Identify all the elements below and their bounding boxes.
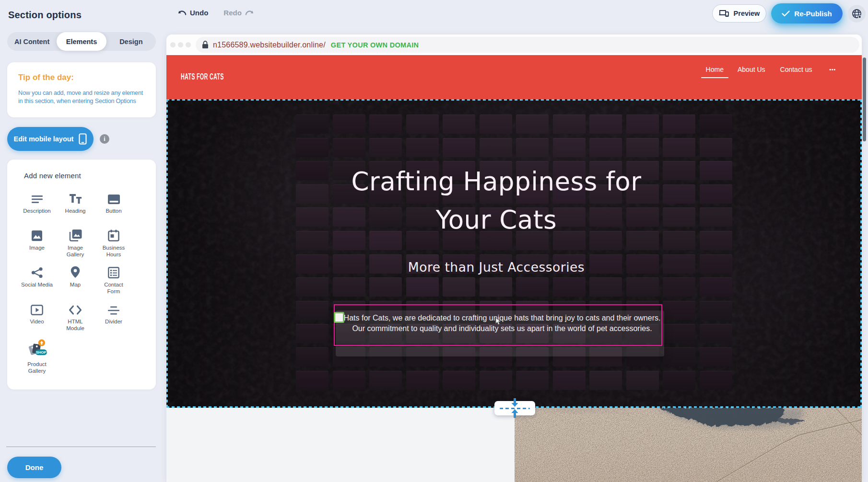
element-item-image-gallery[interactable]: Image Gallery: [56, 228, 94, 258]
element-item-product-gallery[interactable]: SHOP Product Gallery: [18, 344, 56, 374]
svg-text:SHOP: SHOP: [36, 350, 47, 355]
browser-url-bar[interactable]: n1566589.websitebuilder.online/ GET YOUR…: [196, 37, 859, 53]
check-icon: [782, 11, 790, 17]
element-item-label: HTML Module: [59, 318, 92, 332]
canvas-scrollbar-thumb[interactable]: [863, 57, 866, 141]
preview-label: Preview: [734, 10, 760, 17]
element-item-map[interactable]: Map: [56, 265, 94, 288]
element-item-label: Social Media: [21, 281, 53, 288]
undo-button[interactable]: Undo: [177, 9, 208, 17]
hero-description[interactable]: Hats for Cats, we are dedicated to craft…: [339, 313, 665, 333]
tab-design[interactable]: Design: [106, 32, 156, 51]
preview-button[interactable]: Preview: [712, 4, 766, 23]
undo-icon: [177, 9, 187, 17]
element-item-label: Button: [97, 207, 130, 214]
tip-title: Tip of the day:: [18, 73, 74, 82]
done-button[interactable]: Done: [7, 457, 61, 478]
resize-arrow-up-icon: [511, 409, 519, 418]
element-item-label: Business Hours: [97, 244, 130, 258]
nav-home[interactable]: Home: [706, 66, 724, 78]
hero-heading[interactable]: Crafting Happiness for Your Cats: [166, 162, 844, 239]
page-title: Section options: [8, 10, 82, 21]
element-item-html-module[interactable]: HTML Module: [56, 302, 94, 332]
next-section[interactable]: [166, 408, 862, 482]
social-media-icon: [18, 265, 56, 278]
nav-about-us[interactable]: About Us: [738, 66, 765, 78]
republish-button[interactable]: Re-Publish: [771, 3, 843, 23]
sidebar-divider: [6, 447, 156, 447]
undo-label: Undo: [190, 9, 208, 17]
tab-ai-content[interactable]: AI Content: [7, 32, 57, 51]
site-logo[interactable]: HATS FOR CATS: [181, 71, 224, 82]
tab-elements[interactable]: Elements: [57, 32, 106, 51]
lock-icon: [202, 41, 209, 49]
image-gallery-icon: [56, 228, 94, 241]
edit-mobile-layout-button[interactable]: Edit mobile layout: [7, 127, 94, 151]
phone-icon: [79, 133, 87, 145]
redo-icon: [245, 9, 254, 17]
republish-label: Re-Publish: [794, 10, 832, 18]
button-icon: [94, 191, 133, 205]
resize-arrow-down-icon: [511, 398, 519, 407]
done-label: Done: [25, 463, 44, 471]
divider-icon: [94, 302, 133, 315]
redo-label: Redo: [223, 9, 242, 17]
element-item-contact-form[interactable]: Contact Form: [94, 265, 133, 295]
site-header: HATS FOR CATS Home About Us Contact us •…: [166, 55, 862, 99]
hero-subheading[interactable]: More than Just Accessories: [166, 260, 844, 275]
video-icon: [18, 302, 56, 315]
element-item-label: Contact Form: [97, 281, 130, 295]
element-item-label: Product Gallery: [21, 361, 53, 374]
nav-contact-us[interactable]: Contact us: [780, 66, 812, 78]
element-item-label: Description: [21, 207, 53, 214]
element-item-label: Image Gallery: [59, 244, 92, 258]
info-icon[interactable]: i: [100, 134, 109, 144]
sidebar-tabs: AI Content Elements Design: [7, 32, 156, 51]
redo-button[interactable]: Redo: [223, 9, 254, 17]
element-item-button[interactable]: Button: [94, 191, 133, 214]
globe-icon: [851, 8, 862, 19]
image-icon: [18, 228, 56, 241]
site-nav: Home About Us Contact us •••: [706, 66, 836, 78]
html-module-icon: [56, 302, 94, 315]
get-domain-link[interactable]: GET YOUR OWN DOMAIN: [331, 41, 419, 49]
pavement-photo: [515, 408, 862, 482]
element-item-label: Image: [21, 244, 53, 251]
element-item-heading[interactable]: Heading: [56, 191, 94, 214]
element-item-divider[interactable]: Divider: [94, 302, 133, 325]
element-item-label: Video: [21, 318, 53, 325]
edit-mobile-layout-label: Edit mobile layout: [14, 135, 74, 143]
element-item-label: Heading: [59, 207, 92, 214]
browser-chrome: n1566589.websitebuilder.online/ GET YOUR…: [166, 34, 862, 55]
hero-section[interactable]: Crafting Happiness for Your Cats More th…: [166, 99, 862, 408]
element-item-description[interactable]: Description: [18, 191, 56, 214]
add-element-title: Add new element: [24, 172, 81, 180]
business-hours-icon: [94, 228, 133, 241]
language-globe-button[interactable]: [848, 5, 866, 23]
element-item-video[interactable]: Video: [18, 302, 56, 325]
map-icon: [56, 265, 94, 278]
mouse-cursor: [495, 317, 502, 326]
element-drag-handle[interactable]: [334, 312, 344, 323]
description-icon: [18, 191, 56, 205]
tip-body: Now you can add, move and resize any ele…: [18, 89, 144, 105]
product-gallery-icon: SHOP: [18, 344, 56, 358]
browser-window-dots: [170, 42, 191, 47]
site-url: n1566589.websitebuilder.online/: [213, 41, 326, 49]
element-item-label: Divider: [97, 318, 130, 325]
devices-icon: [719, 9, 729, 18]
heading-icon: [56, 191, 94, 205]
element-item-social-media[interactable]: Social Media: [18, 265, 56, 288]
element-item-business-hours[interactable]: Business Hours: [94, 228, 133, 258]
element-item-image[interactable]: Image: [18, 228, 56, 251]
element-item-label: Map: [59, 281, 92, 288]
nav-more-button[interactable]: •••: [829, 67, 836, 77]
undo-redo-group: Undo Redo: [177, 9, 254, 17]
contact-form-icon: [94, 265, 133, 278]
